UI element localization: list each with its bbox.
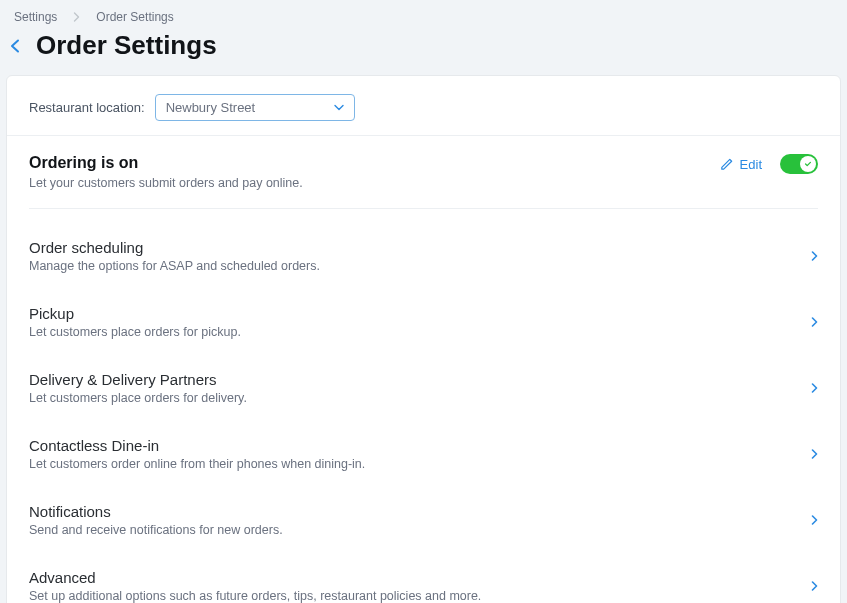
setting-subtitle: Send and receive notifications for new o…	[29, 523, 811, 537]
edit-button-label: Edit	[740, 157, 762, 172]
ordering-status-row: Ordering is on Let your customers submit…	[29, 154, 818, 209]
setting-row-content: Contactless Dine-inLet customers order o…	[29, 437, 811, 471]
setting-subtitle: Manage the options for ASAP and schedule…	[29, 259, 811, 273]
setting-subtitle: Set up additional options such as future…	[29, 589, 811, 603]
edit-button[interactable]: Edit	[719, 157, 762, 172]
setting-subtitle: Let customers order online from their ph…	[29, 457, 811, 471]
breadcrumb-current: Order Settings	[96, 10, 173, 24]
setting-row[interactable]: Contactless Dine-inLet customers order o…	[29, 421, 818, 487]
setting-subtitle: Let customers place orders for delivery.	[29, 391, 811, 405]
setting-row-content: Order schedulingManage the options for A…	[29, 239, 811, 273]
setting-title: Advanced	[29, 569, 811, 586]
page-title: Order Settings	[36, 30, 217, 61]
ordering-status-title: Ordering is on	[29, 154, 719, 172]
settings-card: Restaurant location: Newbury Street Orde…	[6, 75, 841, 603]
location-select[interactable]: Newbury Street	[155, 94, 355, 121]
setting-row[interactable]: Delivery & Delivery PartnersLet customer…	[29, 355, 818, 421]
setting-title: Delivery & Delivery Partners	[29, 371, 811, 388]
chevron-right-icon	[73, 12, 80, 22]
breadcrumb-root[interactable]: Settings	[14, 10, 57, 24]
chevron-right-icon	[811, 251, 818, 261]
chevron-right-icon	[811, 449, 818, 459]
setting-row-content: AdvancedSet up additional options such a…	[29, 569, 811, 603]
back-button[interactable]	[4, 35, 26, 57]
check-icon	[804, 160, 812, 168]
location-section: Restaurant location: Newbury Street	[7, 76, 840, 136]
setting-row[interactable]: PickupLet customers place orders for pic…	[29, 289, 818, 355]
location-selected-value: Newbury Street	[166, 100, 256, 115]
ordering-status-subtitle: Let your customers submit orders and pay…	[29, 176, 719, 190]
setting-title: Notifications	[29, 503, 811, 520]
chevron-left-icon	[10, 39, 20, 53]
setting-row-content: PickupLet customers place orders for pic…	[29, 305, 811, 339]
setting-row[interactable]: NotificationsSend and receive notificati…	[29, 487, 818, 553]
ordering-toggle[interactable]	[780, 154, 818, 174]
setting-title: Order scheduling	[29, 239, 811, 256]
pencil-icon	[719, 157, 734, 172]
chevron-right-icon	[811, 515, 818, 525]
setting-row[interactable]: AdvancedSet up additional options such a…	[29, 553, 818, 603]
chevron-right-icon	[811, 317, 818, 327]
chevron-right-icon	[811, 383, 818, 393]
setting-title: Pickup	[29, 305, 811, 322]
toggle-thumb	[800, 156, 816, 172]
chevron-right-icon	[811, 581, 818, 591]
chevron-down-icon	[334, 104, 344, 111]
location-label: Restaurant location:	[29, 100, 145, 115]
setting-title: Contactless Dine-in	[29, 437, 811, 454]
page-header: Order Settings	[0, 24, 847, 75]
setting-subtitle: Let customers place orders for pickup.	[29, 325, 811, 339]
setting-row-content: NotificationsSend and receive notificati…	[29, 503, 811, 537]
breadcrumb: Settings Order Settings	[0, 0, 847, 24]
setting-row-content: Delivery & Delivery PartnersLet customer…	[29, 371, 811, 405]
setting-row[interactable]: Order schedulingManage the options for A…	[29, 223, 818, 289]
